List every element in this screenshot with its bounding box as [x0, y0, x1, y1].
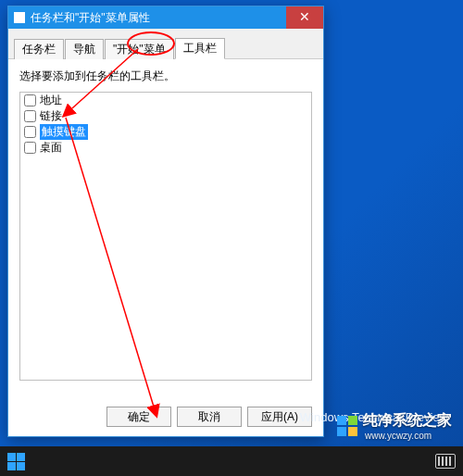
start-button[interactable]: [7, 453, 25, 470]
cancel-button[interactable]: 取消: [177, 407, 242, 427]
tab-start-menu[interactable]: "开始"菜单: [105, 39, 174, 59]
ok-button[interactable]: 确定: [106, 407, 171, 427]
tab-navigation[interactable]: 导航: [65, 39, 104, 59]
system-tray[interactable]: [435, 454, 456, 469]
checkbox-address[interactable]: [24, 94, 36, 106]
desktop-background: 任务栏和"开始"菜单属性 ✕ 任务栏 导航 "开始"菜单 工具栏 选择要添加到任…: [0, 0, 463, 476]
list-item-label: 链接: [40, 108, 62, 124]
taskbar-properties-dialog: 任务栏和"开始"菜单属性 ✕ 任务栏 导航 "开始"菜单 工具栏 选择要添加到任…: [7, 6, 324, 437]
list-item-label: 桌面: [40, 140, 62, 156]
list-item[interactable]: 地址: [20, 93, 311, 108]
touch-keyboard-icon[interactable]: [435, 454, 456, 469]
title-bar[interactable]: 任务栏和"开始"菜单属性 ✕: [8, 6, 323, 29]
brand-logo-icon: [337, 416, 357, 436]
tab-taskbar[interactable]: 任务栏: [14, 39, 64, 59]
brand-sub-text: www.ycwzy.com: [365, 431, 452, 441]
brand-watermark: 纯净系统之家 www.ycwzy.com: [337, 411, 452, 441]
tab-toolbars[interactable]: 工具栏: [175, 38, 225, 59]
toolbars-listbox[interactable]: 地址 链接 触摸键盘 桌面: [19, 92, 312, 381]
window-title: 任务栏和"开始"菜单属性: [31, 10, 286, 26]
close-button[interactable]: ✕: [286, 6, 323, 29]
list-item[interactable]: 链接: [20, 108, 311, 124]
checkbox-links[interactable]: [24, 110, 36, 122]
list-item-label: 地址: [40, 93, 62, 108]
dialog-body: 选择要添加到任务栏的工具栏。 地址 链接 触摸键盘 桌面: [8, 59, 323, 402]
instruction-text: 选择要添加到任务栏的工具栏。: [19, 69, 312, 84]
list-item[interactable]: 触摸键盘: [20, 124, 311, 140]
taskbar[interactable]: [0, 446, 463, 476]
list-item[interactable]: 桌面: [20, 140, 311, 156]
tab-strip: 任务栏 导航 "开始"菜单 工具栏: [8, 29, 323, 59]
window-icon: [14, 12, 25, 23]
brand-main-text: 纯净系统之家: [363, 411, 452, 431]
checkbox-desktop[interactable]: [24, 142, 36, 154]
list-item-label: 触摸键盘: [40, 124, 88, 140]
checkbox-touch-keyboard[interactable]: [24, 126, 36, 138]
dialog-button-row: 确定 取消 应用(A): [106, 407, 312, 427]
